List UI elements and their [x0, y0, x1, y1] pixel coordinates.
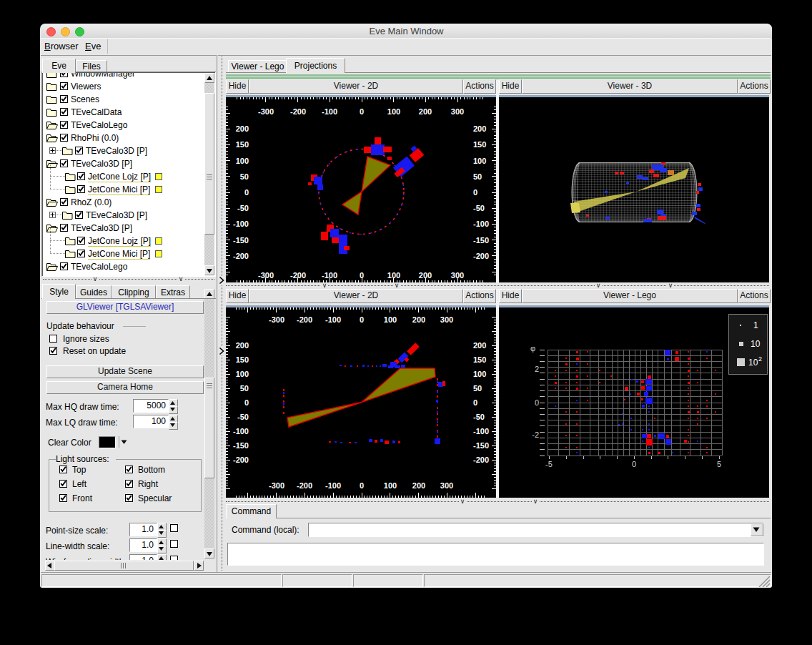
- svg-text:200: 200: [412, 315, 425, 324]
- svg-text:0: 0: [360, 315, 364, 324]
- svg-text:-300: -300: [258, 107, 274, 116]
- svg-text:50: 50: [473, 172, 482, 181]
- svg-text:0: 0: [360, 271, 364, 280]
- svg-text:1: 1: [753, 320, 758, 330]
- svg-text:-50: -50: [237, 204, 249, 212]
- svg-text:50: 50: [240, 172, 249, 181]
- svg-text:300: 300: [440, 481, 453, 490]
- svg-text:50: 50: [473, 384, 482, 393]
- svg-text:0: 0: [473, 398, 477, 407]
- svg-text:100: 100: [236, 157, 249, 165]
- svg-text:-200: -200: [297, 315, 312, 324]
- svg-text:-100: -100: [322, 271, 337, 280]
- svg-text:150: 150: [236, 355, 249, 364]
- svg-text:-300: -300: [269, 481, 284, 490]
- svg-text:2: 2: [535, 365, 539, 373]
- svg-text:-200: -200: [473, 252, 489, 260]
- svg-text:-200: -200: [473, 456, 489, 464]
- svg-text:2: 2: [758, 355, 762, 363]
- svg-text:-200: -200: [233, 252, 249, 260]
- svg-text:-50: -50: [237, 413, 249, 421]
- svg-text:150: 150: [473, 140, 486, 149]
- svg-text:100: 100: [384, 481, 397, 490]
- svg-text:-50: -50: [473, 413, 485, 421]
- svg-text:0: 0: [535, 398, 539, 407]
- svg-text:-200: -200: [290, 271, 306, 280]
- svg-text:100: 100: [473, 157, 486, 165]
- svg-text:200: 200: [419, 107, 432, 116]
- svg-text:300: 300: [451, 271, 464, 280]
- svg-text:-100: -100: [325, 315, 341, 324]
- svg-text:100: 100: [387, 271, 400, 280]
- svg-text:-150: -150: [233, 236, 249, 245]
- svg-text:100: 100: [236, 370, 249, 378]
- svg-text:200: 200: [236, 124, 249, 133]
- svg-text:-300: -300: [258, 271, 274, 280]
- svg-text:10: 10: [751, 339, 761, 349]
- svg-text:-150: -150: [473, 236, 489, 245]
- svg-text:0: 0: [473, 188, 477, 197]
- svg-text:0: 0: [632, 460, 636, 468]
- svg-text:φ: φ: [530, 344, 535, 353]
- svg-text:10: 10: [748, 358, 758, 368]
- svg-text:-50: -50: [473, 204, 485, 212]
- svg-text:0: 0: [360, 107, 364, 116]
- svg-text:100: 100: [384, 315, 397, 324]
- svg-text:-5: -5: [545, 460, 553, 468]
- svg-text:-100: -100: [325, 481, 341, 490]
- svg-text:200: 200: [473, 124, 486, 133]
- svg-text:50: 50: [240, 384, 249, 393]
- svg-text:5: 5: [717, 460, 721, 468]
- svg-text:150: 150: [236, 140, 249, 149]
- svg-text:-100: -100: [473, 427, 489, 435]
- svg-text:300: 300: [451, 107, 464, 116]
- svg-text:0: 0: [244, 188, 249, 197]
- svg-text:-100: -100: [322, 107, 337, 116]
- svg-text:0: 0: [244, 398, 249, 407]
- svg-text:200: 200: [419, 271, 432, 280]
- svg-text:200: 200: [236, 341, 249, 350]
- svg-text:-100: -100: [233, 427, 249, 435]
- svg-text:100: 100: [387, 107, 400, 116]
- svg-text:0: 0: [360, 481, 364, 490]
- svg-text:-300: -300: [269, 315, 284, 324]
- svg-text:-200: -200: [233, 456, 249, 464]
- svg-text:150: 150: [473, 355, 486, 364]
- svg-text:-100: -100: [473, 220, 489, 228]
- svg-text:200: 200: [412, 481, 425, 490]
- svg-text:-150: -150: [233, 441, 249, 450]
- svg-text:-100: -100: [233, 220, 249, 228]
- svg-text:100: 100: [473, 370, 486, 378]
- svg-text:300: 300: [440, 315, 453, 324]
- svg-text:-150: -150: [473, 441, 489, 450]
- svg-text:-200: -200: [290, 107, 306, 116]
- svg-text:-2: -2: [532, 430, 539, 439]
- svg-text:-200: -200: [297, 481, 312, 490]
- svg-text:200: 200: [473, 341, 486, 350]
